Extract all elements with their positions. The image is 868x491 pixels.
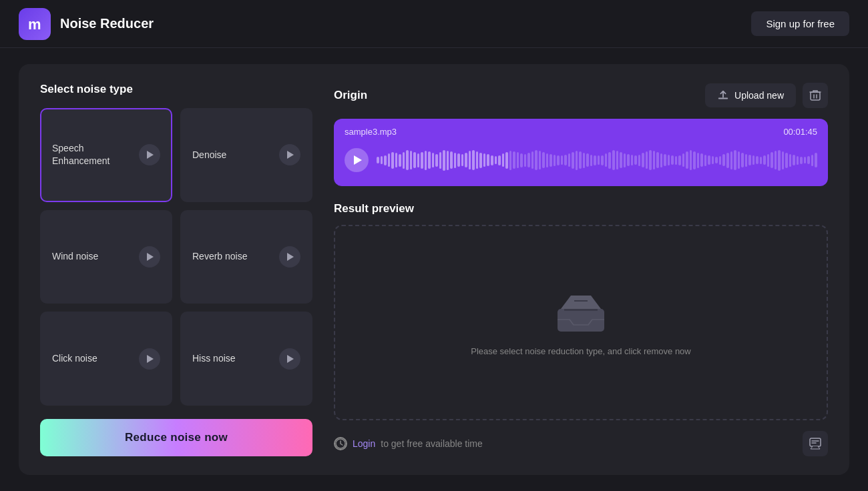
waveform-bar <box>542 152 545 168</box>
waveform-bar <box>660 153 663 167</box>
waveform-bar <box>726 153 729 168</box>
waveform-bar <box>712 156 714 164</box>
play-btn-denoise[interactable] <box>279 144 300 165</box>
app-logo: m <box>19 8 51 40</box>
signup-button[interactable]: Sign up for free <box>751 11 849 36</box>
waveform-bar <box>450 151 453 169</box>
waveform-bar <box>719 156 722 165</box>
waveform-bar <box>605 153 608 167</box>
waveform-bar <box>785 153 788 168</box>
content-card: Select noise type Speech Enhancement Den… <box>19 64 849 475</box>
play-btn-click[interactable] <box>139 348 160 370</box>
waveform-bar <box>800 157 803 164</box>
waveform-bar <box>686 151 688 169</box>
waveform-bar <box>708 155 710 165</box>
delete-button[interactable] <box>803 83 828 108</box>
waveform-bar <box>649 150 652 170</box>
waveform-bar <box>432 153 435 168</box>
waveform-bar <box>722 154 725 166</box>
waveform-bar <box>631 155 634 165</box>
waveform-bar <box>734 150 736 170</box>
waveform-bar <box>457 153 460 167</box>
waveform-bar <box>634 155 637 165</box>
header: m Noise Reducer Sign up for free <box>0 0 868 48</box>
play-btn-hiss[interactable] <box>279 348 300 370</box>
noise-item-wind[interactable]: Wind noise <box>40 210 172 304</box>
logo-area: m Noise Reducer <box>19 8 154 40</box>
svg-rect-6 <box>810 438 821 446</box>
waveform-bar <box>797 156 799 165</box>
waveform-bar <box>443 150 445 171</box>
noise-item-reverb[interactable]: Reverb noise <box>180 210 312 304</box>
noise-item-speech[interactable]: Speech Enhancement <box>40 108 172 202</box>
waveform-bar <box>616 151 619 169</box>
login-link[interactable]: Login <box>353 438 375 449</box>
waveform-bar <box>491 155 493 165</box>
waveform-bar <box>760 157 763 164</box>
origin-title: Origin <box>334 89 367 102</box>
waveform-bar <box>554 155 556 166</box>
feedback-button[interactable] <box>803 431 828 456</box>
noise-item-denoise[interactable]: Denoise <box>180 108 312 202</box>
waveform-bar <box>524 154 527 167</box>
waveform-bar <box>388 153 391 167</box>
svg-rect-4 <box>564 309 598 311</box>
noise-label-wind: Wind noise <box>52 250 98 264</box>
waveform-bar <box>417 153 420 167</box>
waveform-bar <box>428 151 431 169</box>
waveform-bar <box>476 151 479 169</box>
waveform-bar <box>704 155 707 166</box>
waveform-bar <box>763 155 766 165</box>
main-content: Select noise type Speech Enhancement Den… <box>0 48 868 491</box>
waveform-bar <box>527 153 530 168</box>
waveform-bar <box>454 153 457 168</box>
empty-result-icon <box>554 289 608 334</box>
waveform-bar <box>561 155 564 165</box>
left-panel: Select noise type Speech Enhancement Den… <box>40 83 312 456</box>
waveform-bar <box>381 156 383 165</box>
trash-icon <box>809 89 821 101</box>
waveform-bar <box>439 152 442 169</box>
result-placeholder-text: Please select noise reduction type, and … <box>471 346 691 356</box>
audio-play-button[interactable] <box>345 148 369 172</box>
audio-duration: 00:01:45 <box>783 127 817 137</box>
feedback-icon <box>809 437 822 450</box>
waveform-bar <box>586 153 589 167</box>
upload-button[interactable]: Upload new <box>705 83 796 107</box>
waveform-bar <box>483 153 486 167</box>
waveform-bar <box>700 153 703 167</box>
origin-actions: Upload new <box>705 83 828 108</box>
waveform-bar <box>612 150 615 170</box>
reduce-noise-button[interactable]: Reduce noise now <box>40 419 312 456</box>
waveform-bar <box>678 155 681 165</box>
waveform-bar <box>406 150 409 170</box>
login-notice: Login to get free available time <box>334 437 483 450</box>
waveform-bar <box>804 157 807 163</box>
waveform-bar <box>472 150 475 170</box>
waveform-bar <box>447 151 449 170</box>
play-btn-reverb[interactable] <box>279 246 300 268</box>
clock-icon <box>334 437 347 450</box>
waveform-bar <box>775 151 777 169</box>
waveform-bar <box>517 152 519 168</box>
waveform-bar <box>391 152 394 169</box>
result-title: Result preview <box>334 202 828 215</box>
play-btn-speech[interactable] <box>139 144 160 165</box>
noise-item-hiss[interactable]: Hiss noise <box>180 312 312 406</box>
waveform-bar <box>598 155 600 165</box>
noise-item-click[interactable]: Click noise <box>40 312 172 406</box>
waveform <box>377 143 817 177</box>
waveform-bar <box>738 151 740 169</box>
noise-type-title: Select noise type <box>40 83 312 96</box>
waveform-bar <box>752 155 755 165</box>
waveform-bar <box>697 153 700 168</box>
waveform-bar <box>435 154 438 167</box>
play-btn-wind[interactable] <box>139 246 160 268</box>
waveform-bar <box>608 152 611 169</box>
waveform-bar <box>509 151 512 170</box>
waveform-bar <box>671 155 674 165</box>
waveform-bar <box>425 151 427 170</box>
waveform-bar <box>642 153 644 167</box>
waveform-bar <box>572 152 574 169</box>
waveform-bar <box>461 154 464 166</box>
